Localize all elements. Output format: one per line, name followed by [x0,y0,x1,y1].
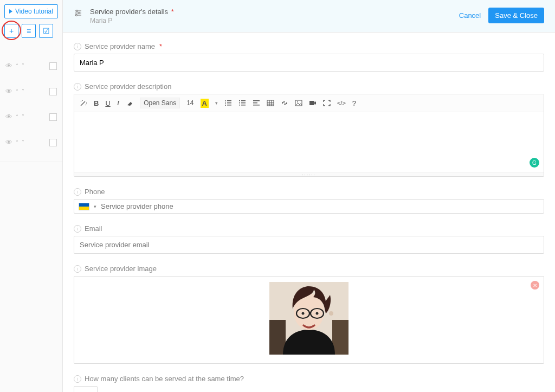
svg-point-37 [316,312,319,315]
svg-point-27 [297,101,298,102]
sidebar-item[interactable]: 👁 ˄ ˅ [4,136,58,149]
required-mark: * [169,8,174,16]
video-tutorial-label: Video tutorial [15,8,53,15]
eye-icon: 👁 [5,62,12,70]
check-button[interactable]: ☑ [39,24,53,38]
remove-image-button[interactable]: ✕ [531,281,539,290]
clients-input[interactable] [74,386,98,392]
svg-rect-11 [227,105,231,106]
chevron-up-icon[interactable]: ˄ [16,139,18,145]
eye-icon: 👁 [5,113,12,121]
chevron-down-icon[interactable]: ▾ [94,204,96,209]
checkbox[interactable] [49,113,57,121]
chevron-down-icon[interactable]: ˅ [22,88,24,94]
svg-rect-12 [239,100,240,101]
text-color-icon[interactable]: A [201,99,209,108]
info-icon: i [74,265,81,273]
sidebar-item[interactable]: 👁 ˄ ˅ [4,60,58,72]
font-family-select[interactable]: Open Sans [140,98,180,108]
svg-rect-28 [309,101,314,105]
info-icon: i [74,43,81,50]
checkbox[interactable] [49,139,57,146]
svg-rect-30 [269,320,286,355]
checkbox[interactable] [49,62,57,70]
rte-toolbar: B U I Open Sans 14 A ▾ [74,94,544,112]
link-icon[interactable] [281,100,288,106]
checkbox[interactable] [49,88,57,95]
sidebar-item[interactable]: 👁 ˄ ˅ [4,111,58,123]
svg-rect-13 [241,100,246,101]
form: i Service provider name* i Service provi… [63,33,555,392]
svg-rect-17 [241,105,246,106]
play-icon [9,9,12,14]
magic-icon[interactable] [80,99,87,107]
video-tutorial-button[interactable]: Video tutorial [4,4,58,18]
field-email: i Email [74,224,544,254]
check-icon: ☑ [43,27,50,35]
table-icon[interactable] [267,100,274,106]
list-button[interactable]: ≡ [22,24,36,38]
sidebar-items: 👁 ˄ ˅ 👁 ˄ ˅ 👁 ˄ ˅ 👁 ˄ ˅ [4,60,58,149]
save-close-button[interactable]: Save & Close [488,8,544,23]
header-title: Service provider's details * [90,8,174,16]
image-icon[interactable] [295,100,302,106]
main-content: Service provider's details * Maria P Can… [63,0,555,392]
svg-point-10 [225,105,226,106]
email-input[interactable] [74,236,544,254]
svg-rect-21 [267,100,274,106]
rte-body[interactable]: G [74,112,544,172]
chevron-up-icon[interactable]: ˄ [16,114,18,120]
chevron-up-icon[interactable]: ˄ [16,88,18,94]
menu-icon: ≡ [27,27,31,35]
code-view-icon[interactable]: </> [337,100,346,106]
svg-rect-18 [253,100,260,101]
font-size-select[interactable]: 14 [186,99,193,107]
chevron-down-icon[interactable]: ▾ [215,100,218,106]
settings-icon [74,9,82,20]
svg-rect-16 [239,105,240,106]
align-icon[interactable] [253,100,260,106]
phone-input[interactable] [101,202,539,210]
bold-icon[interactable]: B [94,99,99,107]
info-icon: i [74,375,81,383]
svg-point-38 [329,311,333,316]
svg-point-36 [302,312,305,315]
svg-rect-14 [239,102,240,104]
svg-point-5 [76,15,78,16]
label-name: i Service provider name* [74,42,544,50]
ul-list-icon[interactable] [224,100,232,106]
chevron-up-icon[interactable]: ˄ [16,63,18,69]
eraser-icon[interactable] [126,100,133,106]
chevron-down-icon[interactable]: ˅ [22,114,24,120]
field-clients: i How many clients can be served at the … [74,375,544,392]
label-image: i Service provider image [74,265,544,273]
name-input[interactable] [74,54,544,72]
field-name: i Service provider name* [74,42,544,72]
fullscreen-icon[interactable] [323,100,331,106]
main-header: Service provider's details * Maria P Can… [63,0,555,33]
help-icon[interactable]: ? [352,99,356,107]
add-button[interactable]: + [4,24,18,38]
ol-list-icon[interactable] [238,100,246,106]
svg-rect-20 [253,105,260,106]
svg-point-3 [76,10,78,12]
svg-point-8 [225,102,226,104]
grammarly-icon[interactable]: G [530,158,539,168]
svg-point-6 [225,100,226,101]
field-image: i Service provider image ✕ [74,265,544,364]
sidebar-item[interactable]: 👁 ˄ ˅ [4,85,58,98]
rte-resize-handle[interactable]: :::::: [74,172,544,176]
video-icon[interactable] [309,100,317,106]
image-upload-box[interactable]: ✕ [74,276,544,364]
flag-ukraine-icon[interactable] [79,203,89,210]
label-description: i Service provider description [74,82,544,91]
underline-icon[interactable]: U [105,99,110,107]
chevron-down-icon[interactable]: ˅ [22,63,24,69]
cancel-button[interactable]: Cancel [459,11,481,20]
field-description: i Service provider description B U I Ope… [74,82,544,177]
chevron-down-icon[interactable]: ˅ [22,139,24,145]
label-email: i Email [74,224,544,233]
eye-icon: 👁 [5,138,12,146]
plus-icon: + [9,27,14,35]
italic-icon[interactable]: I [117,99,119,107]
